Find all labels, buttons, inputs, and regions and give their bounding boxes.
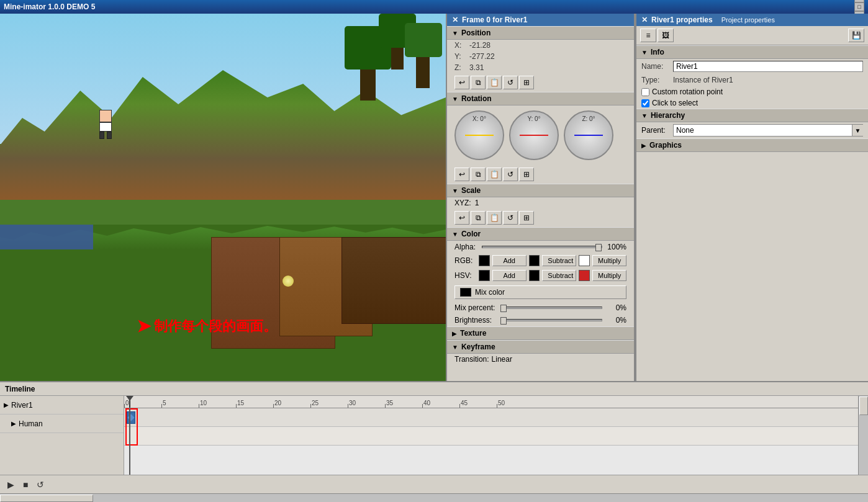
scale-arrow-icon xyxy=(452,187,458,194)
timeline-scroll-thumb-v[interactable] xyxy=(859,397,868,415)
water xyxy=(0,225,93,249)
rotation-paste-button[interactable]: 📋 xyxy=(487,168,502,181)
parent-select-wrapper: None ▼ xyxy=(673,124,863,137)
props-panel-close-button[interactable]: ✕ xyxy=(641,16,648,24)
click-to-select-row: Click to select xyxy=(636,97,868,109)
props-save-button[interactable]: 💾 xyxy=(848,29,864,42)
scale-copy-button[interactable]: ⧉ xyxy=(471,211,486,225)
hsv-row: HSV: Add Subtract Multiply xyxy=(447,268,634,283)
hsv-multiply-button[interactable]: Multiply xyxy=(592,270,626,281)
track-expand-river1[interactable]: ▶ xyxy=(4,401,9,408)
track-label-human: Human xyxy=(19,419,43,428)
content-area: ➤ 制作每个段的画面。 ✕ Frame 0 for River1 Positio… xyxy=(0,14,868,381)
ruler-tick-35: 35 xyxy=(385,400,393,408)
position-grid-button[interactable]: ⊞ xyxy=(519,76,534,89)
position-undo-button[interactable]: ↩ xyxy=(454,76,469,89)
graphics-section-header[interactable]: Graphics xyxy=(636,138,868,152)
rgb-row: RGB: Add Subtract Multiply xyxy=(447,253,634,268)
annotation-text: 制作每个段的画面。 xyxy=(154,317,277,336)
name-input[interactable] xyxy=(673,61,863,72)
hsv-subtract-swatch[interactable] xyxy=(529,270,540,281)
position-copy-button[interactable]: ⧉ xyxy=(471,76,486,89)
rotation-reset-button[interactable]: ↺ xyxy=(503,168,518,181)
mix-color-row: Mix color xyxy=(447,283,634,302)
mix-percent-thumb[interactable] xyxy=(500,305,507,312)
title-bar: Mine-imator 1.0.0 DEMO 5 — □ ✕ xyxy=(0,0,868,14)
custom-rotation-label: Custom rotation point xyxy=(652,87,723,96)
rotation-z-dial[interactable]: Z: 0° xyxy=(564,110,613,160)
loop-button[interactable]: ↺ xyxy=(34,478,47,491)
hsv-subtract-button[interactable]: Subtract xyxy=(542,270,576,281)
brightness-slider[interactable] xyxy=(500,319,602,321)
timeline-title: Timeline xyxy=(5,385,35,393)
mix-percent-slider[interactable] xyxy=(500,307,602,309)
timeline-tracks-data[interactable] xyxy=(124,408,868,475)
scale-grid-button[interactable]: ⊞ xyxy=(519,211,534,225)
rgb-add-swatch[interactable] xyxy=(479,255,490,266)
custom-rotation-row: Custom rotation point xyxy=(636,86,868,97)
rotation-x-line xyxy=(465,135,494,136)
hsv-add-button[interactable]: Add xyxy=(492,270,527,281)
parent-select[interactable]: None xyxy=(673,124,863,137)
play-button[interactable]: ▶ xyxy=(5,478,17,491)
scale-undo-button[interactable]: ↩ xyxy=(454,211,469,225)
project-properties-link[interactable]: Project properties xyxy=(721,16,775,24)
character xyxy=(96,110,115,138)
rgb-subtract-swatch[interactable] xyxy=(529,255,540,266)
rgb-multiply-button[interactable]: Multiply xyxy=(592,255,626,266)
timeline-ruler-area[interactable]: 0 5 10 15 20 25 30 35 40 45 50 xyxy=(124,396,868,475)
color-section-header[interactable]: Color xyxy=(447,227,634,241)
rgb-add-button[interactable]: Add xyxy=(492,255,527,266)
position-paste-button[interactable]: 📋 xyxy=(487,76,502,89)
type-value: Instance of River1 xyxy=(673,76,733,84)
timeline-scrollbar-vertical[interactable] xyxy=(858,396,868,475)
rotation-x-dial[interactable]: X: 0° xyxy=(454,110,504,160)
rotation-copy-button[interactable]: ⧉ xyxy=(471,168,486,181)
mix-percent-row: Mix percent: 0% xyxy=(447,302,634,314)
maximize-button[interactable]: □ xyxy=(854,2,864,11)
viewport[interactable]: ➤ 制作每个段的画面。 xyxy=(0,14,446,381)
scale-xyz-row: XYZ: 1 xyxy=(447,197,634,208)
timeline-content: ▶ River1 ▶ Human 0 5 10 xyxy=(0,396,868,475)
mix-color-button[interactable]: Mix color xyxy=(454,285,626,299)
props-icon2-button[interactable]: 🖼 xyxy=(658,29,674,42)
rotation-grid-button[interactable]: ⊞ xyxy=(519,168,534,181)
char-body xyxy=(99,122,112,132)
position-x-label: X: xyxy=(454,41,467,50)
rgb-subtract-button[interactable]: Subtract xyxy=(542,255,576,266)
props-icon1-button[interactable]: ≡ xyxy=(640,29,656,42)
position-reset-button[interactable]: ↺ xyxy=(503,76,518,89)
stop-button[interactable]: ■ xyxy=(20,478,30,491)
ruler-tick-15: 15 xyxy=(236,400,244,408)
hsv-multiply-swatch[interactable] xyxy=(579,270,590,281)
track-expand-human[interactable]: ▶ xyxy=(11,420,16,427)
info-section-header[interactable]: Info xyxy=(636,45,868,59)
scale-reset-button[interactable]: ↺ xyxy=(503,211,518,225)
alpha-slider[interactable] xyxy=(482,246,602,248)
hierarchy-section-header[interactable]: Hierarchy xyxy=(636,109,868,122)
lamp-glow xyxy=(283,276,294,287)
keyframe-section-header[interactable]: Keyframe xyxy=(447,340,634,354)
rgb-multiply-swatch[interactable] xyxy=(579,255,590,266)
alpha-row: Alpha: 100% xyxy=(447,241,634,253)
frame-panel-close-button[interactable]: ✕ xyxy=(452,16,458,24)
scale-paste-button[interactable]: 📋 xyxy=(487,211,502,225)
hsv-add-swatch[interactable] xyxy=(479,270,490,281)
track-row-human: ▶ Human xyxy=(0,415,124,433)
rotation-undo-button[interactable]: ↩ xyxy=(454,168,469,181)
position-section-header[interactable]: Position xyxy=(447,26,634,40)
keyframe-marker-river1[interactable] xyxy=(127,411,135,424)
timeline-scroll-thumb-h[interactable] xyxy=(0,495,93,502)
rotation-y-dial[interactable]: Y: 0° xyxy=(509,110,559,160)
texture-section-header[interactable]: Texture xyxy=(447,326,634,340)
timeline-scrollbar-horizontal[interactable] xyxy=(0,493,868,502)
ruler-tick-5: 5 xyxy=(161,400,166,408)
alpha-thumb[interactable] xyxy=(595,244,602,251)
rotation-section-header[interactable]: Rotation xyxy=(447,92,634,105)
scale-section-title: Scale xyxy=(461,186,481,195)
position-y-label: Y: xyxy=(454,52,467,61)
click-to-select-checkbox[interactable] xyxy=(641,99,649,107)
custom-rotation-checkbox[interactable] xyxy=(641,88,649,96)
scale-section-header[interactable]: Scale xyxy=(447,184,634,197)
brightness-thumb[interactable] xyxy=(500,317,507,325)
